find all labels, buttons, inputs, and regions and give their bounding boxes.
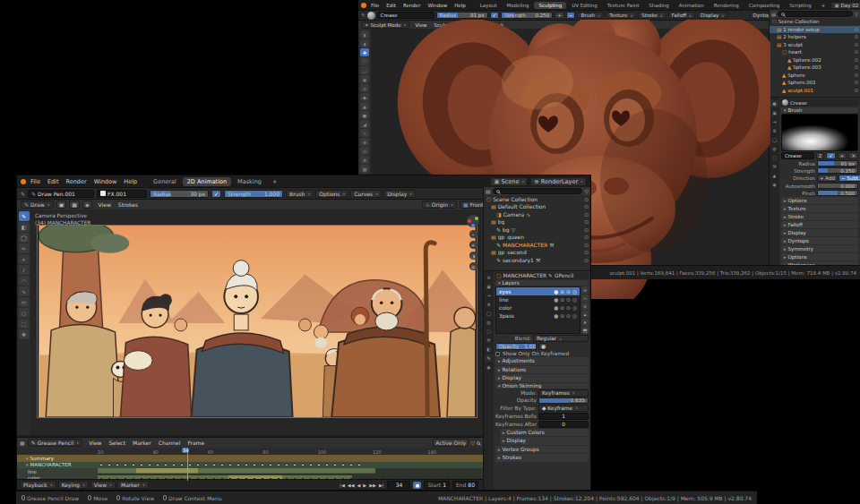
playhead[interactable]: 34 (187, 448, 188, 481)
gp-layer-row[interactable]: eyes ●⊘⊙◎ (496, 287, 580, 295)
menu-item[interactable]: Help (120, 178, 141, 185)
transport-button[interactable]: ◀ (357, 483, 362, 488)
properties-tab[interactable]: ◍ (485, 319, 493, 326)
keyframe-track[interactable] (98, 468, 483, 475)
sculpt-brush-button[interactable]: ✥ (360, 156, 369, 164)
properties-tab[interactable]: ◉ (485, 363, 493, 371)
playback-menu[interactable]: Marker (117, 481, 149, 489)
outliner-item[interactable]: ▤ gp_second ⊙ (484, 249, 590, 257)
gp-layer-row[interactable]: line ●⊘⊙◎ (496, 295, 580, 303)
mode-selector[interactable]: ✦Sculpt Mode (361, 21, 409, 29)
transport-button[interactable]: ▶▶ (368, 483, 377, 488)
layer-list-button[interactable]: ∨ (581, 303, 589, 310)
menu-item[interactable]: Brush (453, 22, 475, 28)
menu-item[interactable]: Render (62, 178, 90, 185)
menu-item[interactable]: File (27, 178, 44, 185)
panel-section-header[interactable]: ▸Options (781, 253, 858, 261)
tool-popover[interactable]: Display (697, 12, 727, 19)
outliner-item[interactable]: ✎ MANCHARACTER ⚒ ⊙ (484, 241, 590, 249)
origin-toggle-icon[interactable]: ▣ (56, 201, 67, 209)
panel-section-header[interactable]: ▸Display (495, 374, 589, 382)
panel-section-header[interactable]: ▸Display (781, 229, 858, 236)
sculpt-brush-button[interactable]: ◉ (360, 75, 369, 83)
sculpt-brush-button[interactable]: ≋ (360, 84, 369, 92)
playback-menu[interactable]: Keying (58, 481, 89, 489)
properties-tab[interactable]: ◯ (770, 136, 778, 143)
mask-icon[interactable]: ● (554, 289, 558, 295)
tool-popover[interactable]: Stroke (638, 12, 666, 19)
direction-add-button[interactable]: + Add (817, 175, 838, 182)
menu-item[interactable]: Strokes (115, 201, 142, 208)
panel-section-header[interactable]: ▸Symmetry (781, 245, 858, 252)
properties-tab[interactable]: ▣ (770, 109, 778, 116)
draw-tool-button[interactable]: ✎ (19, 211, 30, 221)
channel-row[interactable]: ▾MANCHARACTER (17, 462, 483, 469)
radius-pressure-toggle[interactable]: ✓ (490, 12, 500, 19)
lock-icon[interactable]: ⊘ (560, 297, 564, 303)
draw-tool-button[interactable]: ◧ (19, 222, 30, 232)
tool-popover[interactable]: Curves (350, 190, 382, 198)
panel-section-header[interactable]: ▸Custom Colors (500, 429, 589, 437)
draw-tool-button[interactable]: ✂ (19, 243, 30, 253)
workspace-tab[interactable]: Compositing (744, 2, 784, 9)
workspace-tab[interactable]: Layout (476, 2, 502, 9)
tool-popover[interactable]: Texture (606, 12, 636, 19)
brush-field[interactable]: ✎Draw Pen.001 (28, 190, 94, 198)
visibility-eye-icon[interactable]: ⊙ (854, 64, 858, 70)
transport-button[interactable]: |◀ (339, 483, 346, 488)
menu-item[interactable]: Marker (129, 440, 155, 446)
radius-slider[interactable]: Radius81 px (436, 12, 488, 19)
blend-mode-selector[interactable]: Regular (533, 335, 589, 342)
sculpt-brush-button[interactable]: ∿ (360, 129, 369, 137)
properties-tab[interactable]: ◯ (485, 310, 493, 317)
axis-gizmo[interactable] (467, 215, 479, 227)
radius-pressure-toggle[interactable]: ✓ (211, 190, 221, 198)
panel-section-header[interactable]: ▸Vertex Groups (495, 446, 589, 454)
properties-tab[interactable]: ◧ (485, 346, 493, 353)
visibility-eye-icon[interactable]: ⊙ (854, 73, 858, 78)
transport-button[interactable]: ▶| (378, 483, 385, 488)
menu-item[interactable]: Edit (44, 178, 63, 185)
outliner-item[interactable]: ▲ Sphere.003 ⊙ (770, 64, 860, 72)
outliner-root[interactable]: ⬡ Scene Collection (770, 18, 860, 26)
hide-icon[interactable]: ⊙ (566, 313, 571, 319)
editor-type-icon[interactable]: ▦ (20, 440, 25, 446)
material-field[interactable]: FX.001 (97, 190, 147, 198)
keyframes-after-field[interactable]: 0 (538, 421, 589, 428)
tool-popover[interactable]: Display (383, 190, 416, 198)
visibility-eye-icon[interactable]: ⊙ (584, 218, 589, 225)
menu-item[interactable]: View (95, 201, 115, 208)
placement-selector[interactable]: ⊹Origin (422, 201, 457, 209)
transport-button[interactable]: ▶ (362, 483, 367, 488)
tool-popover[interactable]: Brush (577, 12, 604, 19)
tool-popover[interactable]: Falloff (668, 12, 695, 19)
playback-menu[interactable]: Playback (20, 481, 56, 489)
panel-section-header[interactable]: ▸Stroke (781, 213, 858, 220)
workspace-tab[interactable]: Rendering (710, 2, 744, 9)
active-tool-icon[interactable]: ✎ (361, 13, 366, 18)
scene-selector[interactable]: ▣Scene (490, 177, 528, 186)
transport-button[interactable]: ◀◀ (347, 483, 356, 488)
outliner-item[interactable]: ▤ 1 render setup ⊙ (770, 26, 860, 34)
menu-item[interactable]: Edit (383, 3, 400, 8)
onion-icon[interactable]: ◎ (572, 305, 577, 311)
menu-item[interactable]: Select (106, 440, 130, 446)
workspace-tab[interactable]: Shading (644, 2, 673, 9)
blender-logo-icon[interactable] (361, 3, 366, 8)
layer-list-button[interactable]: ▴ (581, 311, 589, 318)
current-frame-field[interactable]: 34 (387, 481, 410, 489)
workspace-tab[interactable]: UV Editing (567, 2, 602, 9)
visibility-eye-icon[interactable]: ⊙ (584, 249, 589, 255)
properties-tab[interactable]: ⇥ (770, 118, 778, 125)
outliner-item[interactable]: ⬡ Scene Collection ⊙ (484, 195, 590, 203)
outliner-item[interactable]: ▤ Default Collection ⊙ (484, 203, 590, 211)
workspace-tab[interactable]: General (149, 177, 181, 186)
filter-icon[interactable]: ▽ (855, 12, 858, 17)
filter-icon[interactable]: ▽ (470, 440, 475, 446)
sculpt-brush-button[interactable]: ● (360, 111, 369, 119)
channel-row[interactable]: ▾Summary (17, 455, 483, 462)
properties-tab[interactable]: ⇥ (485, 292, 493, 299)
pan-gizmo-icon[interactable]: ✥ (469, 241, 477, 249)
workspace-tab[interactable]: Texture Paint (603, 2, 644, 9)
sculpt-brush-button[interactable]: ◆ (360, 93, 369, 101)
